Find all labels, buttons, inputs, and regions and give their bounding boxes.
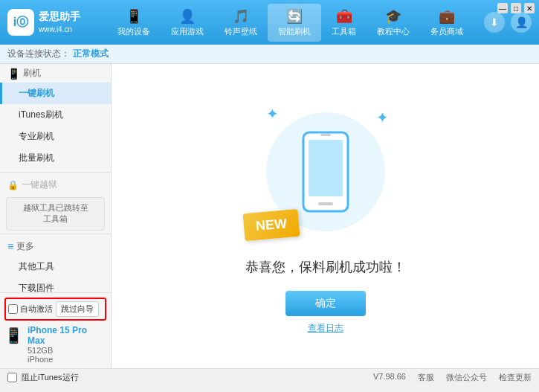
device-storage: 512GB [28, 346, 106, 355]
wechat-link[interactable]: 微信公众号 [446, 372, 487, 383]
confirm-button[interactable]: 确定 [285, 291, 366, 316]
header: i⓪ 爱思助手 www.i4.cn 📱 我的设备 👤 应用游戏 🎵 铃声壁纸 🔄 [0, 0, 539, 45]
logo: i⓪ 爱思助手 www.i4.cn [7, 9, 97, 36]
nav-smart-flash[interactable]: 🔄 智能刷机 [268, 4, 321, 42]
sidebar-item-itunes-flash[interactable]: iTunes刷机 [0, 104, 111, 126]
app-subtitle: www.i4.cn [39, 25, 80, 35]
nav-ringtones-label: 铃声壁纸 [225, 26, 257, 37]
smart-flash-icon: 🔄 [286, 8, 303, 25]
nav-my-device-label: 我的设备 [117, 26, 150, 37]
logo-icon: i⓪ [7, 9, 34, 36]
version-text: V7.98.66 [373, 372, 406, 383]
flash-section-label: 刷机 [23, 67, 41, 80]
customer-service-link[interactable]: 客服 [418, 372, 434, 383]
sparkle-top-left: ✦ [266, 105, 279, 123]
sidebar-item-download-fw[interactable]: 下载固件 [0, 277, 111, 292]
device-info: 📱 iPhone 15 Pro Max 512GB iPhone [4, 325, 106, 364]
sidebar-section-jailbreak: 🔒 一键越狱 越狱工具已跳转至工具箱 [0, 176, 111, 231]
auto-activate-input[interactable] [8, 304, 18, 314]
app-title: 爱思助手 [39, 10, 80, 25]
check-update-link[interactable]: 检查更新 [499, 372, 532, 383]
header-right: ⬇ 👤 [484, 12, 532, 33]
itunes-bar: 阻止iTunes运行 V7.98.66 客服 微信公众号 检查更新 [0, 368, 539, 386]
lock-icon: 🔒 [7, 180, 19, 190]
sidebar-item-batch-flash[interactable]: 批量刷机 [0, 147, 111, 169]
new-badge: NEW [242, 209, 300, 241]
nav-toolbox-label: 工具箱 [332, 26, 356, 37]
nav-my-device[interactable]: 📱 我的设备 [107, 4, 161, 42]
sidebar-item-other-tools[interactable]: 其他工具 [0, 256, 111, 277]
sidebar-section-flash: 📱 刷机 一键刷机 iTunes刷机 专业刷机 批量刷机 [0, 64, 111, 169]
ringtones-icon: 🎵 [233, 8, 249, 25]
flash-section-icon: 📱 [7, 68, 20, 80]
more-section-label: 更多 [16, 240, 34, 253]
nav-apps-games[interactable]: 👤 应用游戏 [161, 4, 214, 42]
sparkle-top-right: ✦ [376, 109, 389, 126]
svg-rect-1 [309, 140, 343, 196]
nav-ringtones[interactable]: 🎵 铃声壁纸 [214, 4, 268, 42]
sidebar-divider-2 [0, 234, 111, 234]
status-value: 正常模式 [73, 48, 109, 60]
nav-apps-games-label: 应用游戏 [171, 26, 204, 37]
nav-toolbox[interactable]: 🧰 工具箱 [321, 4, 367, 42]
jailbreak-notice: 越狱工具已跳转至工具箱 [6, 197, 105, 231]
nav-tutorial-label: 教程中心 [377, 26, 410, 37]
auto-activate-label: 自动激活 [20, 303, 53, 315]
nav-tutorial[interactable]: 🎓 教程中心 [367, 4, 420, 42]
toolbox-icon: 🧰 [336, 8, 352, 25]
svg-rect-2 [318, 202, 333, 205]
status-label: 设备连接状态： [7, 48, 70, 60]
sidebar: 📱 刷机 一键刷机 iTunes刷机 专业刷机 批量刷机 [0, 64, 112, 368]
success-illustration: ✦ ✦ NEW [251, 97, 400, 246]
device-section: 自动激活 跳过向导 📱 iPhone 15 Pro Max 512GB iPho… [0, 292, 111, 368]
device-type: iPhone [28, 355, 106, 364]
device-name: iPhone 15 Pro Max [28, 325, 106, 346]
status-bar: 设备连接状态： 正常模式 [0, 45, 539, 64]
nav-smart-flash-label: 智能刷机 [278, 26, 311, 37]
phone-svg [300, 131, 352, 213]
apps-games-icon: 👤 [179, 8, 196, 25]
more-section-icon: ≡ [7, 240, 13, 252]
user-button[interactable]: 👤 [511, 12, 532, 33]
success-text: 恭喜您，保料刷机成功啦！ [245, 258, 406, 276]
auto-controls-box: 自动激活 跳过向导 [4, 298, 106, 321]
nav-bar: 📱 我的设备 👤 应用游戏 🎵 铃声壁纸 🔄 智能刷机 🧰 工具箱 🎓 [97, 4, 484, 42]
close-button[interactable]: ✕ [524, 3, 535, 13]
sidebar-section-more: ≡ 更多 其他工具 下载固件 高级功能 [0, 237, 111, 292]
log-link[interactable]: 查看日志 [308, 322, 343, 335]
my-device-icon: 📱 [126, 8, 142, 25]
auto-activate-checkbox[interactable]: 自动激活 [8, 303, 53, 315]
sidebar-item-pro-flash[interactable]: 专业刷机 [0, 126, 111, 147]
main-layout: 📱 刷机 一键刷机 iTunes刷机 专业刷机 批量刷机 [0, 64, 539, 368]
jailbreak-label: 一键越狱 [22, 179, 57, 191]
service-icon: 💼 [439, 8, 455, 25]
maximize-button[interactable]: □ [511, 3, 521, 13]
itunes-label[interactable]: 阻止iTunes运行 [22, 372, 79, 383]
guide-button[interactable]: 跳过向导 [56, 301, 99, 317]
nav-service[interactable]: 💼 务员商域 [420, 4, 474, 42]
minimize-button[interactable]: — [497, 3, 508, 13]
content-area: ✦ ✦ NEW 恭喜您，保料刷机成功啦！ 确定 查看日志 [112, 64, 539, 368]
tutorial-icon: 🎓 [385, 8, 401, 25]
device-phone-icon: 📱 [4, 327, 23, 344]
new-badge-text: NEW [255, 216, 288, 234]
svg-rect-3 [320, 134, 331, 136]
download-button[interactable]: ⬇ [484, 12, 505, 33]
itunes-checkbox[interactable] [7, 373, 17, 382]
nav-service-label: 务员商域 [430, 26, 463, 37]
sidebar-item-one-key-flash[interactable]: 一键刷机 [0, 83, 111, 104]
sidebar-divider-1 [0, 172, 111, 173]
